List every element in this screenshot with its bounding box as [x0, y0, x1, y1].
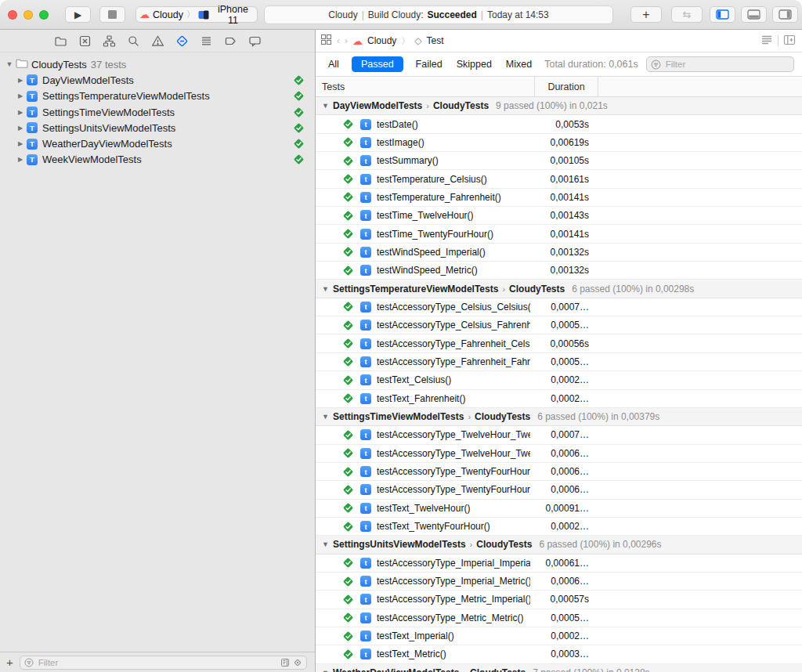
test-row[interactable]: t testTime_TwelveHour() 0,00143s [316, 207, 802, 225]
test-row[interactable]: t testDate() 0,0053s [316, 115, 802, 133]
disclosure-triangle-open[interactable]: ▼ [322, 102, 333, 110]
chevron-separator: › [463, 668, 466, 672]
test-group-header-row[interactable]: ▼ DayViewModelTests › CloudyTests 9 pass… [316, 97, 802, 115]
test-row[interactable]: t testSummary() 0,00105s [316, 152, 802, 170]
tests-column-header[interactable]: Tests [316, 81, 345, 92]
breakpoint-navigator-tab[interactable] [223, 34, 237, 48]
scheme-device-label: iPhone 11 [212, 4, 254, 26]
disclosure-triangle-open[interactable]: ▼ [322, 669, 333, 672]
sidebar-test-class-row[interactable]: ▶ T WeatherDayViewModelTests [0, 135, 315, 151]
disclosure-triangle[interactable]: ▶ [16, 109, 25, 116]
test-duration: 0,0006… [534, 484, 598, 495]
log-lines-icon[interactable] [760, 34, 773, 47]
test-row[interactable]: t testImage() 0,00619s [316, 134, 802, 152]
test-method-icon: t [360, 265, 371, 276]
report-navigator-tab[interactable] [247, 34, 262, 48]
tree-root-cloudytests[interactable]: ▼ CloudyTests 37 tests [0, 56, 315, 72]
sidebar-test-class-row[interactable]: ▶ T WeekViewModelTests [0, 152, 315, 168]
test-row[interactable]: t testAccessoryType_Fahrenheit_Celsi… 0,… [316, 334, 802, 352]
scope-tab-all[interactable]: All [327, 56, 341, 72]
scope-tab-failed[interactable]: Failed [414, 56, 444, 72]
disclosure-triangle[interactable]: ▶ [16, 140, 25, 147]
results-filter-field[interactable] [646, 56, 794, 72]
sidebar-test-class-row[interactable]: ▶ T SettingsTemperatureViewModelTests [0, 89, 315, 104]
test-row[interactable]: t testText_Imperial() 0,0002… [316, 627, 802, 645]
library-add-button[interactable]: + [630, 6, 662, 23]
disclosure-triangle[interactable]: ▶ [16, 156, 25, 163]
group-name: SettingsTemperatureViewModelTests [333, 284, 498, 294]
test-group-header-row[interactable]: ▼ SettingsTemperatureViewModelTests › Cl… [316, 280, 802, 298]
issue-navigator-tab[interactable] [150, 34, 164, 48]
test-navigator-tab[interactable] [175, 34, 189, 48]
code-review-button[interactable]: ⇆ [671, 6, 703, 23]
test-row[interactable]: t testAccessoryType_Metric_Imperial() 0,… [316, 591, 802, 609]
jumpbar-project[interactable]: Cloudy [367, 35, 396, 46]
test-row[interactable]: t testAccessoryType_TwelveHour_Twe… 0,00… [316, 445, 802, 463]
test-method-icon: t [360, 320, 371, 331]
toggle-inspector-button[interactable] [772, 6, 798, 23]
test-row[interactable]: t testAccessoryType_Celsius_Fahrenhe… 0,… [316, 316, 802, 334]
test-row[interactable]: t testAccessoryType_TwentyFourHour_… 0,0… [316, 463, 802, 481]
scope-tab-mixed[interactable]: Mixed [504, 56, 533, 72]
scope-tab-passed[interactable]: Passed [352, 56, 403, 72]
project-navigator-tab[interactable] [53, 34, 67, 48]
close-window-button[interactable] [8, 10, 17, 20]
test-row[interactable]: t testAccessoryType_Imperial_Imperial() … [316, 555, 802, 573]
test-row[interactable]: t testAccessoryType_Imperial_Metric() 0,… [316, 573, 802, 591]
add-icon[interactable]: + [6, 656, 13, 669]
left-panel-icon [716, 9, 729, 20]
disclosure-triangle-open[interactable]: ▼ [322, 540, 333, 548]
test-row[interactable]: t testTime_TwentyFourHour() 0,00141s [316, 225, 802, 243]
toggle-debug-area-button[interactable] [741, 6, 767, 23]
test-group-header-row[interactable]: ▼ SettingsTimeViewModelTests › CloudyTes… [316, 408, 802, 426]
flaky-tests-icon[interactable] [280, 658, 290, 667]
test-class-label: SettingsUnitsViewModelTests [42, 122, 175, 134]
test-row[interactable]: t testWindSpeed_Imperial() 0,00132s [316, 244, 802, 262]
debug-navigator-tab[interactable] [199, 34, 213, 48]
scope-tab-skipped[interactable]: Skipped [455, 56, 493, 72]
sidebar-test-class-row[interactable]: ▶ T SettingsTimeViewModelTests [0, 104, 315, 120]
test-row[interactable]: t testAccessoryType_TwentyFourHour_… 0,0… [316, 481, 802, 499]
test-row[interactable]: t testText_Metric() 0,0003… [316, 645, 802, 663]
failed-tests-filter-icon[interactable] [293, 658, 302, 667]
scheme-selector[interactable]: ☁ Cloudy 〉 iPhone 11 [135, 6, 258, 23]
find-navigator-tab[interactable] [126, 34, 140, 48]
jumpbar-page[interactable]: Test [427, 35, 444, 46]
test-row[interactable]: t testText_TwelveHour() 0,00091… [316, 500, 802, 518]
duration-column-header[interactable]: Duration [534, 77, 598, 96]
results-filter-input[interactable] [664, 59, 789, 70]
test-row[interactable]: t testAccessoryType_TwelveHour_Twel… 0,0… [316, 426, 802, 444]
back-button[interactable]: ‹ [337, 35, 340, 46]
test-row[interactable]: t testAccessoryType_Celsius_Celsius() 0,… [316, 298, 802, 316]
sidebar-test-class-row[interactable]: ▶ T DayViewModelTests [0, 72, 315, 88]
disclosure-triangle[interactable]: ▶ [16, 125, 25, 132]
minimize-window-button[interactable] [23, 10, 33, 20]
source-control-navigator-tab[interactable] [78, 34, 92, 48]
sidebar-filter-input[interactable] [37, 657, 277, 668]
test-row[interactable]: t testTemperature_Celsius() 0,00161s [316, 170, 802, 188]
disclosure-triangle[interactable]: ▶ [16, 92, 25, 99]
test-row[interactable]: t testText_Fahrenheit() 0,0002… [316, 390, 802, 408]
disclosure-triangle-open[interactable]: ▼ [322, 413, 333, 421]
test-row[interactable]: t testAccessoryType_Fahrenheit_Fahre… 0,… [316, 353, 802, 371]
toggle-navigator-button[interactable] [710, 6, 735, 23]
disclosure-triangle-open[interactable]: ▼ [5, 60, 14, 68]
disclosure-triangle[interactable]: ▶ [16, 77, 25, 84]
related-items-icon[interactable] [320, 34, 332, 48]
fullscreen-window-button[interactable] [39, 10, 49, 20]
sidebar-filter-field[interactable] [20, 656, 307, 670]
test-row[interactable]: t testAccessoryType_Metric_Metric() 0,00… [316, 609, 802, 627]
test-group-header-row[interactable]: ▼ WeatherDayViewModelTests › CloudyTests… [316, 664, 802, 672]
sidebar-test-class-row[interactable]: ▶ T SettingsUnitsViewModelTests [0, 120, 315, 135]
test-row[interactable]: t testTemperature_Fahrenheit() 0,00141s [316, 189, 802, 207]
add-editor-icon[interactable] [783, 34, 796, 48]
test-group-header-row[interactable]: ▼ SettingsUnitsViewModelTests › CloudyTe… [316, 536, 802, 554]
test-row[interactable]: t testText_Celsius() 0,0002… [316, 371, 802, 389]
disclosure-triangle-open[interactable]: ▼ [322, 285, 333, 293]
test-row[interactable]: t testText_TwentyFourHour() 0,0002… [316, 518, 802, 536]
test-row[interactable]: t testWindSpeed_Metric() 0,00132s [316, 262, 802, 280]
run-button[interactable]: ▶ [65, 6, 91, 23]
forward-button[interactable]: › [345, 35, 348, 46]
symbol-navigator-tab[interactable] [102, 34, 116, 48]
stop-button[interactable] [99, 6, 125, 23]
